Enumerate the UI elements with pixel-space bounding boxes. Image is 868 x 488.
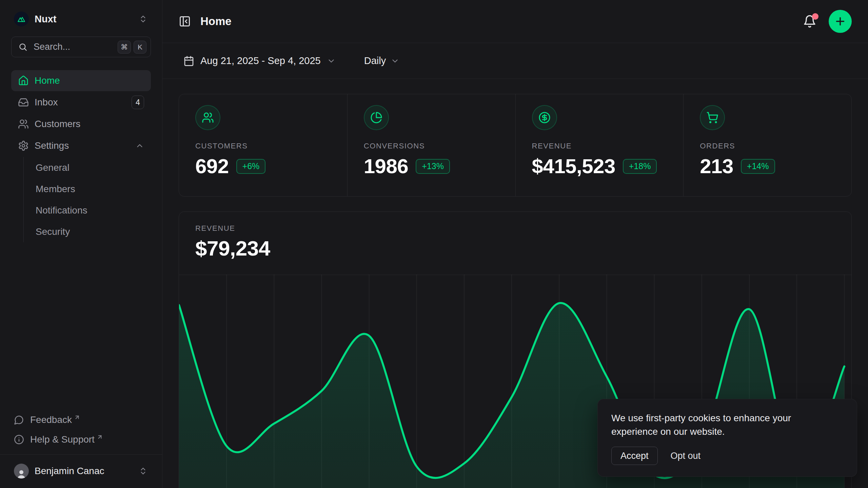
stat-delta-badge: +14% — [741, 159, 775, 174]
sidebar-item-label: Settings — [35, 140, 135, 151]
inbox-icon — [18, 97, 29, 108]
panel-left-close-icon[interactable] — [179, 15, 191, 27]
users-icon — [18, 119, 29, 129]
sidebar-nav: Home Inbox 4 Customers Settings — [11, 70, 151, 242]
search-placeholder: Search... — [34, 42, 115, 52]
add-button[interactable] — [829, 10, 852, 33]
stat-delta-badge: +6% — [236, 159, 266, 174]
calendar-icon — [183, 56, 194, 66]
feedback-label: Feedback — [30, 414, 72, 425]
sidebar-item-label: Customers — [35, 119, 144, 129]
settings-subnav: General Members Notifications Security — [23, 157, 151, 242]
granularity-label: Daily — [364, 55, 386, 66]
search-input[interactable]: Search... ⌘ K — [11, 37, 151, 57]
stats-strip: CUSTOMERS 692 +6% CONVERSIONS 1986 +13% — [179, 94, 852, 197]
stat-label: CUSTOMERS — [195, 142, 331, 150]
sidebar-item-members[interactable]: Members — [36, 178, 151, 200]
chevron-up-icon — [135, 141, 144, 150]
nuxt-logo — [14, 12, 29, 26]
date-range-picker[interactable]: Aug 21, 2025 - Sep 4, 2025 — [179, 52, 340, 70]
stat-value: $415,523 — [532, 155, 615, 178]
chevron-down-icon — [327, 57, 336, 65]
users-icon — [195, 105, 220, 130]
info-icon — [14, 434, 24, 445]
sidebar-item-settings[interactable]: Settings — [11, 135, 151, 156]
revenue-chart-header: REVENUE $79,234 — [179, 212, 851, 260]
dollar-circle-icon — [532, 105, 557, 130]
arrow-up-right-icon — [97, 434, 103, 440]
sidebar-item-home[interactable]: Home — [11, 70, 151, 91]
home-icon — [18, 75, 29, 86]
sidebar-user-section: Benjamin Canac — [0, 454, 162, 488]
stat-label: ORDERS — [700, 142, 835, 150]
plus-icon — [834, 15, 846, 27]
sidebar-footer: Feedback Help & Support — [11, 411, 151, 454]
sidebar-item-inbox[interactable]: Inbox 4 — [11, 92, 151, 113]
user-avatar — [14, 464, 29, 479]
revenue-chart-value: $79,234 — [195, 236, 835, 260]
help-support-label: Help & Support — [30, 434, 95, 445]
pie-chart-icon — [364, 105, 389, 130]
arrow-up-right-icon — [74, 414, 80, 421]
granularity-select[interactable]: Daily — [359, 52, 404, 70]
cookie-actions: Accept Opt out — [611, 447, 843, 465]
notification-dot — [812, 13, 818, 20]
sidebar-item-general[interactable]: General — [36, 157, 151, 178]
sidebar-item-label: Home — [35, 75, 144, 86]
page-title: Home — [200, 15, 803, 28]
sidebar-item-notifications[interactable]: Notifications — [36, 200, 151, 221]
feedback-link[interactable]: Feedback — [11, 411, 151, 429]
stat-label: CONVERSIONS — [364, 142, 499, 150]
stat-conversions[interactable]: CONVERSIONS 1986 +13% — [347, 94, 515, 196]
app-root: Nuxt Search... ⌘ K Home — [0, 0, 868, 488]
user-menu[interactable]: Benjamin Canac — [11, 459, 151, 483]
stat-value: 692 — [195, 155, 229, 178]
stat-orders[interactable]: ORDERS 213 +14% — [683, 94, 851, 196]
stat-value: 213 — [700, 155, 733, 178]
inbox-count-badge: 4 — [132, 96, 144, 109]
cookie-banner: We use first-party cookies to enhance yo… — [597, 399, 857, 477]
k-key: K — [134, 41, 146, 54]
cart-icon — [700, 105, 725, 130]
stat-revenue[interactable]: REVENUE $415,523 +18% — [515, 94, 684, 196]
stat-customers[interactable]: CUSTOMERS 692 +6% — [179, 94, 347, 196]
workspace-switcher[interactable]: Nuxt — [11, 8, 151, 30]
message-circle-icon — [14, 415, 24, 425]
gear-icon — [18, 140, 29, 151]
cookie-message: We use first-party cookies to enhance yo… — [611, 411, 832, 439]
sidebar: Nuxt Search... ⌘ K Home — [0, 0, 162, 488]
page-header: Home — [162, 0, 868, 43]
search-icon — [18, 42, 27, 52]
help-support-link[interactable]: Help & Support — [11, 431, 151, 448]
filter-bar: Aug 21, 2025 - Sep 4, 2025 Daily — [162, 43, 868, 79]
command-key: ⌘ — [118, 41, 131, 54]
chevrons-up-down-icon — [139, 15, 147, 23]
notifications-button[interactable] — [803, 15, 816, 28]
sidebar-item-customers[interactable]: Customers — [11, 114, 151, 135]
user-name: Benjamin Canac — [35, 466, 139, 476]
sidebar-spacer — [11, 242, 151, 411]
sidebar-item-label: Inbox — [35, 97, 132, 108]
revenue-chart-label: REVENUE — [195, 224, 835, 233]
chevron-down-icon — [391, 57, 399, 65]
stat-label: REVENUE — [532, 142, 667, 150]
stat-delta-badge: +18% — [623, 159, 657, 174]
chevrons-up-down-icon — [139, 467, 147, 475]
workspace-name: Nuxt — [35, 14, 139, 25]
opt-out-button[interactable]: Opt out — [671, 451, 701, 461]
stat-delta-badge: +13% — [416, 159, 450, 174]
sidebar-item-security[interactable]: Security — [36, 221, 151, 242]
date-range-label: Aug 21, 2025 - Sep 4, 2025 — [200, 55, 321, 66]
accept-button[interactable]: Accept — [611, 447, 658, 465]
stat-value: 1986 — [364, 155, 408, 178]
